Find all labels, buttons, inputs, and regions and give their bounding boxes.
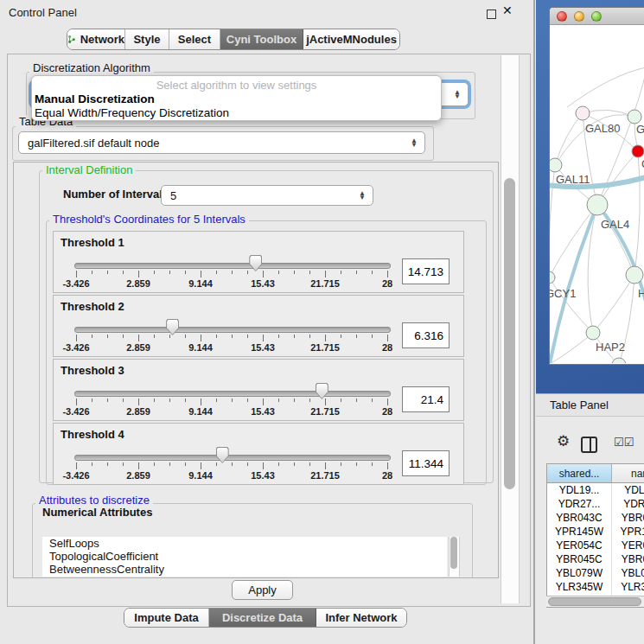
network-node[interactable]: [576, 106, 590, 120]
slider-tick-label: 2.859: [126, 278, 150, 289]
network-canvas[interactable]: GAL80GACGAL11GAL4GCY1HHAP2: [550, 25, 644, 363]
network-edge[interactable]: [555, 113, 583, 165]
table-row[interactable]: YBL079WYBL079W: [547, 566, 644, 580]
network-edge[interactable]: [597, 205, 634, 275]
slider-tick: [372, 462, 373, 466]
column-header-shared-name[interactable]: shared...: [547, 464, 612, 483]
tab-style[interactable]: Style: [125, 29, 169, 49]
network-edge[interactable]: [550, 277, 593, 333]
list-item[interactable]: SelfLoops: [42, 537, 447, 550]
slider-tick: [263, 335, 264, 341]
close-traffic-light-icon[interactable]: [557, 11, 567, 22]
network-edge[interactable]: [583, 110, 634, 117]
table-row[interactable]: YER054CYER054C: [547, 539, 644, 552]
content-scrollbar-thumb[interactable]: [504, 178, 515, 489]
slider-tick: [294, 271, 295, 274]
threshold-value-field[interactable]: 6.316: [402, 322, 450, 348]
columns-icon[interactable]: [581, 437, 597, 453]
network-icon: [67, 34, 76, 45]
checkboxes-icon[interactable]: ☑☑: [614, 436, 634, 449]
slider-tick-label: 2.859: [126, 406, 150, 417]
slider-tick-label: 21.715: [310, 342, 340, 353]
tab-impute-data[interactable]: Impute Data: [124, 609, 209, 627]
tab-select[interactable]: Select: [169, 29, 220, 49]
slider-tick: [216, 335, 217, 338]
slider-track[interactable]: [74, 455, 391, 461]
attributes-list-scrollbar-thumb[interactable]: [450, 537, 457, 569]
slider-tick-label: 9.144: [188, 470, 213, 481]
slider-track[interactable]: [74, 327, 391, 333]
tab-network[interactable]: Network: [67, 29, 125, 49]
node-label: HAP2: [596, 341, 625, 354]
slider-tick: [356, 399, 357, 402]
dropdown-option-equal-width[interactable]: Equal Width/Frequency Discretization: [32, 106, 441, 120]
slider-tick: [356, 462, 357, 466]
slider-thumb[interactable]: [316, 383, 328, 399]
threshold-panel: Threshold 3-3.4262.8599.14415.4321.71528…: [53, 359, 464, 421]
tab-discretize-data[interactable]: Discretize Data: [209, 609, 316, 627]
network-node[interactable]: [628, 110, 641, 124]
slider-tick: [263, 399, 264, 405]
network-edge[interactable]: [567, 67, 644, 107]
table-horizontal-scrollbar[interactable]: [546, 596, 644, 607]
tab-cyni-toolbox[interactable]: Cyni Toolbox: [220, 29, 303, 49]
slider-tick: [201, 399, 201, 405]
network-node[interactable]: [612, 358, 626, 363]
threshold-panel: Threshold 4-3.4262.8599.14415.4321.71528…: [53, 423, 464, 485]
network-edge[interactable]: [593, 275, 634, 333]
close-icon[interactable]: ✕: [502, 3, 513, 17]
table-row[interactable]: YBR045CYBR045C: [547, 552, 644, 566]
attributes-list-scrollbar[interactable]: [449, 537, 460, 577]
node-label: H: [638, 287, 644, 300]
slider-tick-label: -3.426: [62, 278, 89, 289]
slider-track[interactable]: [74, 263, 391, 269]
list-item[interactable]: BetweennessCentrality: [42, 563, 447, 576]
apply-button[interactable]: Apply: [232, 580, 293, 600]
slider-tick: [201, 271, 201, 277]
slider-tick: [309, 271, 310, 274]
slider-tick: [123, 399, 124, 402]
threshold-value-field[interactable]: 14.713: [402, 258, 450, 284]
gear-icon[interactable]: ⚙: [557, 432, 570, 450]
threshold-value-field[interactable]: 21.4: [402, 386, 450, 412]
slider-tick: [247, 271, 248, 274]
table-row[interactable]: YDL19...YDL19...: [547, 483, 644, 497]
network-edge[interactable]: [634, 151, 640, 275]
network-node[interactable]: [550, 271, 555, 284]
content-scrollbar[interactable]: [501, 55, 520, 603]
table-data-combo[interactable]: galFiltered.sif default node ▲▼: [18, 131, 425, 154]
slider-thumb[interactable]: [216, 447, 229, 463]
network-edge[interactable]: [550, 165, 555, 277]
numerical-attributes-list[interactable]: SelfLoopsTopologicalCoefficientBetweenne…: [42, 537, 447, 577]
slider-thumb[interactable]: [249, 255, 262, 271]
slider-tick: [309, 462, 310, 466]
float-window-icon[interactable]: [487, 10, 496, 19]
network-node[interactable]: [626, 266, 643, 284]
network-node[interactable]: [632, 145, 644, 157]
slider-track[interactable]: [74, 391, 391, 397]
algorithm-settings-panel: Interval Definition Number of Intervals …: [13, 162, 499, 578]
table-row[interactable]: YBR043CYBR043C: [547, 511, 644, 525]
tab-jactivemnodules[interactable]: jActiveMNodules: [303, 29, 399, 49]
zoom-traffic-light-icon[interactable]: [591, 11, 602, 22]
table-panel-title: Table Panel: [550, 399, 609, 411]
slider-tick: [294, 399, 295, 402]
slider-tick: [356, 335, 357, 338]
table-row[interactable]: YLR345WYLR345W: [547, 580, 644, 594]
table-row[interactable]: YDR27...YDR27...: [547, 497, 644, 511]
slider-thumb[interactable]: [166, 319, 179, 335]
threshold-value-field[interactable]: 11.344: [402, 450, 450, 476]
tab-infer-network[interactable]: Infer Network: [316, 609, 406, 627]
list-item[interactable]: TopologicalCoefficient: [42, 550, 447, 563]
network-node[interactable]: [587, 194, 608, 215]
slider-tick: [278, 399, 279, 402]
node-table: shared... name YDL19...YDL19...YDR27...Y…: [546, 463, 644, 608]
minimize-traffic-light-icon[interactable]: [574, 11, 584, 22]
network-node[interactable]: [586, 326, 600, 340]
dropdown-option-manual[interactable]: Manual Discretization: [32, 92, 441, 106]
slider-tick: [387, 462, 388, 469]
table-row[interactable]: YPR145WYPR145W: [547, 525, 644, 539]
network-node[interactable]: [550, 158, 562, 172]
table-horizontal-scrollbar-thumb[interactable]: [548, 597, 641, 606]
column-header-name[interactable]: name: [612, 464, 644, 483]
